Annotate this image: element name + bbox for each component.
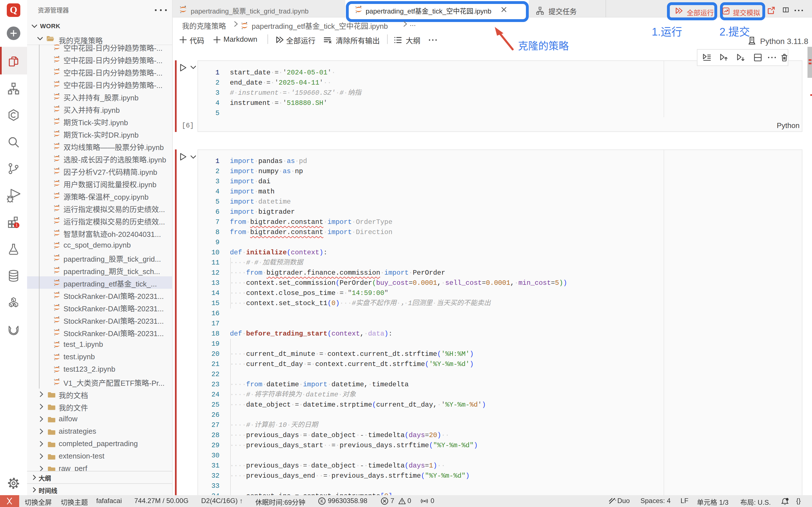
svg-text:K: K (321, 499, 324, 504)
svg-text:1: 1 (15, 223, 18, 227)
